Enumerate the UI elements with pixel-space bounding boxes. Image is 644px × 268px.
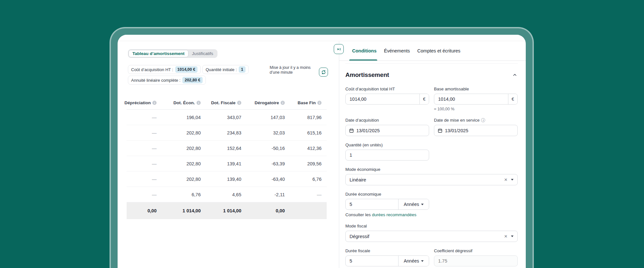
table-cell: — bbox=[127, 177, 157, 182]
duree-economique-input[interactable] bbox=[346, 199, 398, 209]
table-cell: 202,80 bbox=[157, 146, 201, 151]
duree-unit-select[interactable]: Années bbox=[398, 199, 429, 209]
table-cell: 196,04 bbox=[157, 115, 201, 120]
field-label: Durée fiscale bbox=[345, 248, 429, 253]
mode-economique-select[interactable]: Linéaire bbox=[345, 174, 518, 185]
table-cell: -63,40 bbox=[241, 177, 285, 182]
column-header: Dot. Fiscale bbox=[201, 100, 241, 105]
table-cell: — bbox=[285, 192, 322, 197]
table-row: —6,764,65-2,11— bbox=[127, 187, 327, 202]
duree-unit-select[interactable]: Années bbox=[398, 256, 429, 266]
clear-icon[interactable] bbox=[504, 234, 507, 239]
chevron-up-icon bbox=[513, 73, 517, 77]
recommended-durations-link[interactable]: durées recommandées bbox=[372, 212, 417, 217]
table-cell: 6,76 bbox=[157, 192, 201, 197]
collapse-panel-button[interactable] bbox=[334, 44, 344, 54]
chip-cout-acquisition: Coût d’acquisition HT : 1014,00 € bbox=[128, 65, 201, 74]
info-icon[interactable] bbox=[152, 101, 157, 105]
table-cell: — bbox=[127, 161, 157, 166]
refresh-button[interactable] bbox=[319, 68, 328, 77]
app-card: Tableau d’amortissement Justificatifs Co… bbox=[118, 35, 526, 268]
duree-fiscale-input[interactable] bbox=[346, 256, 398, 266]
table-cell: 209,56 bbox=[285, 161, 322, 166]
view-switcher: Tableau d’amortissement Justificatifs bbox=[128, 49, 217, 58]
field-label: Quantité (en unités) bbox=[345, 143, 429, 147]
table-cell: 343,07 bbox=[201, 115, 241, 120]
conditions-panel: Conditions Événements Comptes et écritur… bbox=[339, 41, 526, 268]
quantite-input[interactable] bbox=[345, 150, 429, 161]
field-label: Base amortissable bbox=[434, 87, 518, 91]
info-icon[interactable] bbox=[281, 101, 285, 105]
field-label: Date de mise en service bbox=[434, 118, 479, 123]
chevron-down-icon bbox=[511, 236, 514, 237]
table-row: —196,04343,07147,03817,96 bbox=[127, 110, 327, 125]
table-cell: 32,03 bbox=[241, 130, 285, 135]
tab-comptes-ecritures[interactable]: Comptes et écritures bbox=[417, 41, 460, 60]
table-total-cell: 0,00 bbox=[127, 208, 157, 213]
conditions-tabs: Conditions Événements Comptes et écritur… bbox=[352, 41, 460, 60]
info-icon[interactable] bbox=[237, 101, 241, 105]
field-label: Mode fiscal bbox=[345, 224, 518, 228]
durations-note-prefix: Consulter les bbox=[345, 212, 372, 217]
table-total-cell: 1 014,00 bbox=[201, 208, 241, 213]
coefficient-degressif-input bbox=[434, 255, 518, 266]
base-amortissable-input[interactable] bbox=[434, 94, 508, 104]
field-label: Coefficient dégressif bbox=[434, 248, 518, 253]
chip-label: Annuité linéaire complète : bbox=[131, 78, 180, 83]
table-cell: 152,64 bbox=[201, 146, 241, 151]
table-row: —202,80152,64-50,16412,36 bbox=[127, 141, 327, 156]
info-icon[interactable] bbox=[197, 101, 201, 105]
table-cell: 139,40 bbox=[201, 177, 241, 182]
table-cell: 615,16 bbox=[285, 130, 322, 135]
info-icon[interactable] bbox=[481, 118, 485, 122]
column-header: Dépréciation bbox=[127, 100, 157, 105]
chip-quantite-initiale: Quantité initiale : 1 bbox=[202, 65, 249, 74]
table-cell: -63,39 bbox=[241, 161, 285, 166]
section-divider bbox=[345, 63, 518, 64]
field-label: Date d’acquisition bbox=[345, 118, 429, 123]
collapse-right-icon bbox=[337, 47, 341, 51]
cout-acquisition-input[interactable] bbox=[346, 94, 419, 104]
tab-conditions[interactable]: Conditions bbox=[352, 41, 377, 60]
currency-suffix: € bbox=[508, 94, 517, 104]
tab-evenements[interactable]: Événements bbox=[384, 41, 410, 60]
collapse-section-button[interactable] bbox=[512, 72, 518, 78]
table-total-cell: 1 014,00 bbox=[157, 208, 201, 213]
table-cell: 202,80 bbox=[157, 161, 201, 166]
duree-economique-field: Années bbox=[345, 199, 429, 210]
field-label: Mode économique bbox=[345, 167, 518, 172]
summary-chips: Coût d’acquisition HT : 1014,00 € Quanti… bbox=[128, 65, 263, 85]
durations-note: Consulter les durées recommandées bbox=[345, 212, 518, 217]
table-cell: 234,83 bbox=[201, 130, 241, 135]
table-cell: — bbox=[127, 192, 157, 197]
table-cell: 817,96 bbox=[285, 115, 322, 120]
tab-tableau-amortissement[interactable]: Tableau d’amortissement bbox=[129, 50, 188, 57]
chip-annuite-lineaire: Annuité linéaire complète : 202,80 € bbox=[128, 76, 206, 85]
tab-justificatifs[interactable]: Justificatifs bbox=[188, 50, 217, 57]
date-value: 13/01/2025 bbox=[445, 128, 468, 133]
unit-value: Années bbox=[404, 258, 419, 263]
calendar-icon bbox=[349, 128, 354, 133]
table-cell: 6,76 bbox=[285, 177, 322, 182]
amortization-panel: Tableau d’amortissement Justificatifs Co… bbox=[118, 41, 339, 268]
date-acquisition-field[interactable]: 13/01/2025 bbox=[345, 125, 429, 136]
table-cell: -50,16 bbox=[241, 146, 285, 151]
table-total-row: 0,001 014,001 014,000,00 bbox=[127, 202, 327, 219]
date-mise-en-service-field[interactable]: 13/01/2025 bbox=[434, 125, 518, 136]
base-percentage-hint: = 100,00 % bbox=[434, 107, 518, 111]
table-cell: -2,11 bbox=[241, 192, 285, 197]
last-update-text: Mise à jour il y a moins d’une minute bbox=[270, 65, 314, 75]
chip-value: 1014,00 € bbox=[175, 66, 198, 73]
mode-fiscal-select[interactable]: Dégressif bbox=[345, 231, 518, 242]
selected-value: Linéaire bbox=[350, 177, 504, 182]
selected-value: Dégressif bbox=[350, 234, 504, 239]
field-label: Durée économique bbox=[345, 192, 518, 197]
table-body: —196,04343,07147,03817,96—202,80234,8332… bbox=[127, 110, 327, 202]
unit-value: Années bbox=[404, 202, 419, 207]
table-cell: 4,65 bbox=[201, 192, 241, 197]
chip-label: Quantité initiale : bbox=[206, 67, 237, 72]
clear-icon[interactable] bbox=[504, 177, 507, 182]
conditions-panel-body: Amortissement Coût d’acquisition total H… bbox=[339, 61, 526, 266]
conditions-panel-header: Conditions Événements Comptes et écritur… bbox=[339, 41, 526, 61]
info-icon[interactable] bbox=[317, 101, 322, 105]
